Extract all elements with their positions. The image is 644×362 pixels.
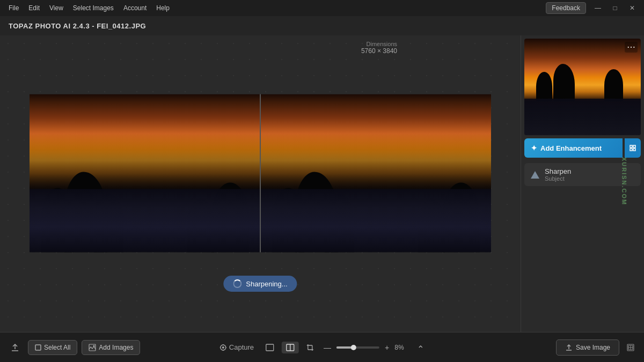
- menu-help[interactable]: Help: [152, 3, 174, 13]
- image-panel-left: [30, 94, 260, 252]
- menu-account[interactable]: Account: [119, 3, 151, 13]
- sharpening-spinner: [233, 279, 241, 288]
- zoom-slider: — + 8%: [321, 342, 409, 353]
- minimize-button[interactable]: —: [590, 2, 605, 14]
- zoom-value: 8%: [394, 344, 409, 351]
- svg-rect-1: [633, 145, 635, 147]
- maximize-button[interactable]: □: [608, 2, 623, 14]
- svg-rect-0: [630, 145, 632, 147]
- save-more-button[interactable]: [624, 341, 638, 354]
- save-more-icon: [627, 344, 634, 351]
- thumb-tree-1: [536, 72, 552, 101]
- sharpen-info: Sharpen Subject: [545, 167, 571, 182]
- svg-rect-5: [35, 345, 41, 350]
- sharpen-name: Sharpen: [545, 167, 571, 175]
- water-reflection-right: [260, 189, 491, 252]
- single-view-button[interactable]: [261, 342, 279, 353]
- dimensions-title: Dimensions: [361, 41, 397, 47]
- menu-select-images[interactable]: Select Images: [69, 3, 118, 13]
- app-title: TOPAZ PHOTO AI 2.4.3 - FEI_0412.JPG: [9, 22, 146, 30]
- svg-rect-3: [633, 149, 635, 151]
- save-image-button[interactable]: Save Image: [556, 339, 619, 356]
- zoom-thumb: [351, 345, 356, 350]
- zoom-in-button[interactable]: +: [383, 342, 391, 353]
- select-all-label: Select All: [44, 344, 70, 351]
- title-bar-right: Feedback — □ ✕: [546, 2, 640, 14]
- add-enhancement-label: Add Enhancement: [540, 144, 602, 152]
- crop-icon: [306, 344, 314, 351]
- sharpen-subject: Subject: [545, 175, 571, 182]
- svg-point-7: [93, 345, 95, 346]
- expand-arrows-icon: [630, 145, 636, 151]
- title-bar: File Edit View Select Images Account Hel…: [0, 0, 644, 16]
- image-compare: [30, 94, 491, 252]
- water-reflection-left: [30, 189, 260, 252]
- menu-file[interactable]: File: [4, 3, 23, 13]
- svg-rect-14: [266, 344, 274, 351]
- feedback-button[interactable]: Feedback: [546, 2, 586, 14]
- menu-edit[interactable]: Edit: [24, 3, 44, 13]
- sharpening-label: Sharpening...: [246, 280, 287, 288]
- expand-view-button[interactable]: [413, 342, 429, 353]
- dimensions-value: 5760 × 3840: [361, 47, 397, 55]
- image-left: [30, 94, 260, 252]
- thumbnail-image: [524, 39, 641, 135]
- mountain-icon: [89, 344, 96, 351]
- bottom-center-controls: Capture —: [215, 341, 429, 353]
- window-controls: — □ ✕: [590, 2, 640, 14]
- expand-icon: [417, 344, 425, 351]
- app-title-bar: TOPAZ PHOTO AI 2.4.3 - FEI_0412.JPG: [0, 16, 644, 35]
- thumb-tree-3: [604, 69, 623, 101]
- split-view-icon: [286, 344, 295, 351]
- zoom-out-button[interactable]: —: [321, 342, 333, 353]
- svg-rect-2: [630, 149, 632, 151]
- thumbnail-area: ⋯: [524, 39, 641, 135]
- checkbox-icon: [35, 344, 41, 351]
- crop-button[interactable]: [302, 342, 318, 353]
- select-all-button[interactable]: Select All: [28, 340, 77, 355]
- bottom-bar: Select All Add Images Capture: [0, 332, 644, 362]
- thumb-tree-2: [553, 64, 575, 101]
- add-images-button[interactable]: Add Images: [82, 340, 140, 355]
- image-panel-right: [260, 94, 491, 252]
- capture-icon: [219, 344, 227, 351]
- sharpen-icon: [530, 169, 540, 180]
- add-enhancement-button[interactable]: ✦ Add Enhancement: [524, 138, 623, 158]
- add-enhancement-icon: ✦: [531, 144, 537, 152]
- triangle-icon: [531, 171, 539, 179]
- capture-label: Capture: [229, 343, 254, 351]
- save-upload-icon: [565, 344, 573, 351]
- dimensions-label: Dimensions 5760 × 3840: [361, 41, 397, 55]
- enhancement-row: ✦ Add Enhancement: [524, 138, 641, 158]
- single-view-icon: [266, 344, 274, 351]
- menu-bar: File Edit View Select Images Account Hel…: [4, 3, 174, 13]
- save-image-label: Save Image: [576, 344, 610, 351]
- image-divider: [260, 94, 261, 252]
- menu-view[interactable]: View: [45, 3, 68, 13]
- thumb-water: [524, 99, 641, 135]
- sharpening-status: Sharpening...: [223, 276, 297, 292]
- zoom-track[interactable]: [336, 346, 379, 349]
- upload-icon: [11, 343, 19, 352]
- close-button[interactable]: ✕: [625, 2, 640, 14]
- image-right: [260, 94, 491, 252]
- upload-button[interactable]: [6, 340, 24, 355]
- main-layout: Dimensions 5760 × 3840: [0, 35, 644, 332]
- sharpen-enhancement-item[interactable]: Sharpen Subject: [524, 163, 641, 186]
- add-images-label: Add Images: [99, 344, 133, 351]
- right-panel: ⋯ ✦ Add Enhancement Shar: [521, 35, 644, 332]
- split-view-button[interactable]: [282, 342, 299, 353]
- svg-point-9: [222, 346, 224, 349]
- thumbnail-menu-icon[interactable]: ⋯: [625, 42, 638, 53]
- capture-button[interactable]: Capture: [215, 341, 258, 353]
- canvas-area: Dimensions 5760 × 3840: [0, 35, 521, 332]
- enhancement-expand-button[interactable]: [625, 138, 641, 158]
